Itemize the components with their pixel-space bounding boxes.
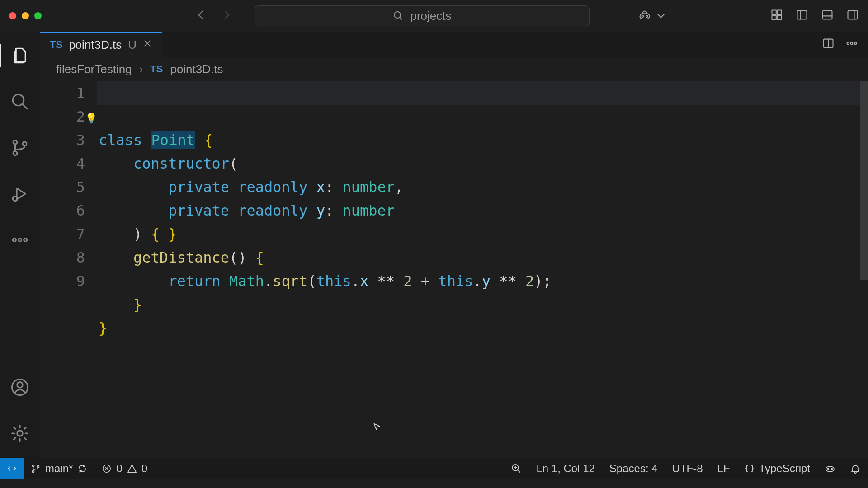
navigate-back-button[interactable]	[195, 9, 207, 23]
language-status[interactable]: TypeScript	[737, 462, 817, 475]
code-content[interactable]: class Point { constructor( private reado…	[99, 81, 860, 458]
activity-bar	[0, 32, 40, 458]
svg-point-23	[847, 42, 849, 45]
run-debug-tab[interactable]	[10, 184, 29, 205]
svg-rect-10	[848, 11, 858, 19]
breadcrumb-folder[interactable]: filesForTesting	[56, 62, 132, 76]
tab-close-button[interactable]	[143, 39, 152, 51]
nav-arrows	[195, 9, 232, 23]
play-bug-icon	[10, 184, 29, 203]
typescript-badge: TS	[150, 63, 163, 75]
editor-area: TS point3D.ts U filesForTesting › TS poi…	[40, 32, 868, 458]
svg-point-3	[646, 15, 648, 17]
line-number: 2	[40, 105, 85, 128]
window-controls	[9, 12, 42, 19]
toggle-secondary-sidebar-button[interactable]	[846, 9, 859, 23]
line-number-gutter: 1 2 3 4 5 6 7 8 9 💡	[40, 81, 99, 458]
zoom-window-button[interactable]	[34, 12, 42, 19]
more-actions-button[interactable]	[845, 37, 858, 52]
svg-point-24	[851, 42, 853, 45]
settings-button[interactable]	[10, 424, 29, 445]
tab-filename: point3D.ts	[69, 38, 122, 52]
line-number: 4	[40, 152, 85, 175]
svg-rect-6	[772, 15, 776, 19]
toggle-panel-button[interactable]	[821, 9, 834, 23]
search-text: projects	[410, 9, 451, 23]
svg-point-18	[24, 239, 27, 242]
accounts-button[interactable]	[10, 378, 29, 399]
customize-layout-button[interactable]	[770, 9, 783, 23]
svg-point-16	[13, 239, 16, 242]
command-center-search[interactable]: projects	[255, 5, 590, 26]
line-number: 6	[40, 199, 85, 222]
braces-icon	[745, 464, 755, 474]
line-number: 1	[40, 81, 85, 105]
toggle-primary-sidebar-button[interactable]	[796, 9, 808, 23]
chevron-right-icon: ›	[139, 62, 143, 76]
editor-tab-point3d[interactable]: TS point3D.ts U	[40, 32, 162, 57]
svg-rect-4	[772, 10, 776, 14]
source-control-tab[interactable]	[10, 138, 29, 159]
close-window-button[interactable]	[9, 12, 16, 19]
split-editor-button[interactable]	[822, 37, 835, 52]
encoding-status[interactable]: UTF-8	[665, 462, 710, 475]
svg-point-17	[19, 239, 22, 242]
line-number: 7	[40, 222, 85, 246]
svg-point-32	[828, 469, 829, 470]
sync-icon[interactable]	[77, 464, 87, 474]
layout-controls	[770, 9, 859, 23]
warning-icon	[127, 464, 137, 474]
chevron-down-icon	[655, 9, 667, 22]
svg-point-2	[642, 15, 644, 17]
line-number: 3	[40, 128, 85, 152]
tab-modified-indicator: U	[128, 38, 137, 52]
ellipsis-icon	[10, 230, 29, 249]
copilot-dropdown[interactable]	[638, 9, 667, 22]
svg-point-20	[17, 382, 23, 388]
svg-point-33	[831, 469, 833, 470]
scrollbar-thumb[interactable]	[860, 81, 868, 280]
gear-icon	[10, 424, 29, 443]
search-icon	[393, 10, 404, 21]
mouse-cursor-icon	[313, 393, 382, 464]
search-icon	[10, 92, 29, 111]
explorer-tab[interactable]	[0, 44, 39, 67]
title-right-group	[638, 9, 859, 23]
git-branch-status[interactable]: main*	[24, 462, 94, 475]
copilot-icon	[638, 9, 651, 22]
files-icon	[10, 46, 29, 65]
remote-window-button[interactable]	[0, 458, 24, 479]
branch-name: main*	[45, 462, 73, 475]
cursor-position-status[interactable]: Ln 1, Col 12	[529, 462, 602, 475]
svg-point-21	[17, 431, 23, 436]
problems-status[interactable]: 0 0	[94, 462, 155, 475]
navigate-forward-button[interactable]	[221, 9, 232, 23]
search-tab[interactable]	[10, 92, 29, 113]
line-number: 5	[40, 175, 85, 199]
minimize-window-button[interactable]	[22, 12, 29, 19]
notifications-button[interactable]	[843, 463, 868, 474]
breadcrumb[interactable]: filesForTesting › TS point3D.ts	[40, 57, 868, 81]
svg-point-25	[854, 42, 857, 45]
indentation-status[interactable]: Spaces: 4	[602, 462, 665, 475]
more-views-button[interactable]	[10, 230, 29, 251]
minimap-scrollbar[interactable]	[860, 81, 868, 458]
title-bar: projects	[0, 0, 868, 32]
zoom-status[interactable]	[504, 463, 529, 474]
eol-status[interactable]: LF	[710, 462, 737, 475]
current-line-highlight	[97, 81, 860, 105]
code-editor[interactable]: 1 2 3 4 5 6 7 8 9 💡 class Point { constr…	[40, 81, 868, 458]
copilot-status[interactable]	[817, 463, 843, 474]
warning-count: 0	[142, 462, 147, 475]
svg-rect-7	[777, 15, 781, 19]
line-number: 9	[40, 269, 85, 293]
typescript-badge: TS	[50, 39, 62, 51]
breadcrumb-file[interactable]: point3D.ts	[170, 62, 223, 76]
svg-rect-5	[777, 10, 781, 14]
branch-icon	[31, 464, 41, 474]
editor-actions	[822, 32, 868, 57]
svg-rect-8	[797, 11, 807, 19]
line-number: 8	[40, 246, 85, 269]
zoom-in-icon	[511, 463, 522, 474]
lightbulb-quickfix-icon[interactable]: 💡	[85, 107, 97, 130]
